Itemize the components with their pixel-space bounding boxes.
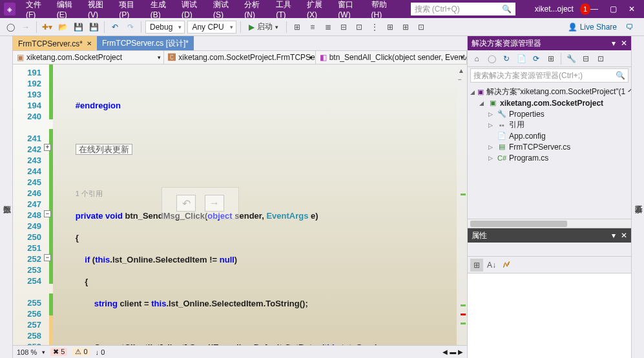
properties-header: 属性 ▾✕ bbox=[468, 228, 631, 243]
project-node[interactable]: ◢▣xiketang.com.SocketProject bbox=[470, 97, 628, 108]
collapse-icon[interactable]: ◯ bbox=[485, 52, 498, 65]
maximize-button[interactable]: ▢ bbox=[610, 5, 617, 14]
tb-icon-4[interactable]: ⊟ bbox=[337, 21, 350, 34]
preview-icon[interactable]: ⊟ bbox=[579, 52, 592, 65]
nav-member-combo[interactable]: ◧ btn_SendAll_Click(object sender, Event… bbox=[316, 51, 467, 64]
tb-icon-5[interactable]: ⊡ bbox=[353, 21, 366, 34]
tb-icon-3[interactable]: ≣ bbox=[322, 21, 335, 34]
live-share-button[interactable]: 👤 Live Share 🗨 bbox=[568, 23, 640, 32]
tree-frmtcpserver[interactable]: ▷▤FrmTCPServer.cs bbox=[470, 141, 628, 152]
zoom-combo[interactable]: 108 % bbox=[17, 348, 37, 356]
tab-frmtcpserver-cs[interactable]: FrmTCPServer.cs* ✕ bbox=[13, 36, 97, 50]
solution-search-input[interactable]: 搜索解决方案资源管理器(Ctrl+;) 🔍 bbox=[470, 68, 628, 83]
sync-icon[interactable]: ↻ bbox=[500, 52, 513, 65]
platform-combo[interactable]: Any CPU bbox=[187, 21, 236, 34]
menu-edit[interactable]: 编辑(E) bbox=[53, 0, 83, 21]
solution-root-node[interactable]: ◢▣解决方案"xiketang.com.SocketProject"(1 个项目… bbox=[470, 86, 628, 97]
close-tab-icon[interactable]: ✕ bbox=[87, 40, 92, 47]
alphabetical-icon[interactable]: A↓ bbox=[485, 259, 498, 272]
solution-explorer-title: 解决方案资源管理器 bbox=[472, 38, 541, 49]
nav-project-combo[interactable]: ▣ xiketang.com.SocketProject bbox=[13, 51, 164, 64]
categorized-icon[interactable]: ⊞ bbox=[470, 259, 483, 272]
menu-test[interactable]: 测试(S) bbox=[209, 0, 239, 21]
main-toolbar: ◯ → ✚▾ 📂 💾 💾 ↶ ↷ Debug Any CPU ▶ 启动 ▾ ⊞ … bbox=[0, 18, 644, 36]
save-button[interactable]: 💾 bbox=[72, 21, 85, 34]
nav-class-combo[interactable]: 🅲 xiketang.com.SocketProject.FrmTCPServe… bbox=[164, 51, 315, 64]
menu-view[interactable]: 视图(V) bbox=[84, 0, 114, 21]
refresh-icon[interactable]: ⟳ bbox=[530, 52, 543, 65]
solution-h-scroll[interactable] bbox=[468, 219, 631, 228]
menu-help[interactable]: 帮助(H) bbox=[368, 0, 398, 21]
close-pane-icon[interactable]: ✕ bbox=[621, 231, 627, 240]
tb-icon-2[interactable]: ≡ bbox=[306, 21, 319, 34]
properties-title: 属性 bbox=[472, 230, 487, 241]
pin-icon[interactable]: ▾ bbox=[612, 231, 616, 240]
nav-forward-button[interactable]: → bbox=[19, 21, 32, 34]
error-count[interactable]: ✖ 5 bbox=[50, 348, 67, 356]
show-all-icon[interactable]: ⊞ bbox=[545, 52, 557, 65]
menu-tools[interactable]: 工具(T) bbox=[272, 0, 302, 21]
new-item-button[interactable]: ✚▾ bbox=[41, 21, 54, 34]
nav-back-button[interactable]: ◯ bbox=[4, 21, 17, 34]
collapsed-region[interactable]: 在线列表更新 bbox=[76, 144, 132, 155]
left-side-tab[interactable]: 数据源 bbox=[0, 36, 13, 358]
menu-file[interactable]: 文件(F) bbox=[22, 0, 52, 21]
tab-label: FrmTCPServer.cs [设计]* bbox=[102, 38, 189, 49]
menu-project[interactable]: 项目(P) bbox=[115, 0, 145, 21]
overlay-next-icon[interactable]: → bbox=[205, 195, 224, 212]
person-icon: 👤 bbox=[568, 23, 577, 32]
fold-toggle[interactable]: + bbox=[44, 144, 51, 151]
global-search-input[interactable]: 搜索 (Ctrl+Q) 🔍 bbox=[411, 3, 515, 15]
undo-button[interactable]: ↶ bbox=[109, 21, 121, 34]
warning-count[interactable]: ⚠ 0 bbox=[72, 348, 90, 356]
tree-program[interactable]: ▷C#Program.cs bbox=[470, 152, 628, 163]
fold-toggle[interactable]: − bbox=[44, 254, 51, 261]
pending-icon[interactable]: 📄 bbox=[515, 52, 528, 65]
nav-project-label: xiketang.com.SocketProject bbox=[26, 53, 122, 62]
close-button[interactable]: ✕ bbox=[628, 5, 635, 14]
solution-tree[interactable]: ◢▣解决方案"xiketang.com.SocketProject"(1 个项目… bbox=[468, 84, 631, 219]
tb-icon-9[interactable]: ⊡ bbox=[415, 21, 428, 34]
class-icon: 🅲 bbox=[168, 53, 176, 62]
menu-window[interactable]: 窗口(W) bbox=[334, 0, 366, 21]
search-icon: 🔍 bbox=[502, 5, 512, 14]
menu-debug[interactable]: 调试(D) bbox=[178, 0, 208, 21]
menu-analyze[interactable]: 分析(N) bbox=[240, 0, 271, 21]
tb-icon-8[interactable]: ⊞ bbox=[399, 21, 412, 34]
tree-properties[interactable]: ▷🔧Properties bbox=[470, 108, 628, 119]
view-icon[interactable]: ⊡ bbox=[594, 52, 607, 65]
codelens-references[interactable]: 1 个引用 bbox=[76, 190, 103, 197]
properties-grid[interactable] bbox=[468, 273, 631, 358]
tb-icon-6[interactable]: ⋮ bbox=[368, 21, 381, 34]
start-debug-button[interactable]: ▶ 启动 ▾ bbox=[245, 21, 282, 32]
document-tabs: FrmTCPServer.cs* ✕ FrmTCPServer.cs [设计]* bbox=[13, 36, 467, 50]
close-pane-icon[interactable]: ✕ bbox=[621, 39, 627, 48]
home-icon[interactable]: ⌂ bbox=[470, 52, 483, 65]
right-side-tab[interactable]: 诊断工具 bbox=[631, 36, 644, 358]
menu-build[interactable]: 生成(B) bbox=[147, 0, 176, 21]
save-all-button[interactable]: 💾 bbox=[87, 21, 100, 34]
fold-toggle[interactable]: − bbox=[44, 210, 51, 217]
tb-icon-1[interactable]: ⊞ bbox=[291, 21, 304, 34]
code-editor[interactable]: 191192193194240 241242243244245246247248… bbox=[13, 65, 467, 345]
code-text[interactable]: #endregion + 在线列表更新 1 个引用 − private void… bbox=[53, 65, 467, 345]
feedback-icon[interactable]: 🗨 bbox=[626, 23, 634, 32]
events-icon[interactable]: 🗲 bbox=[500, 259, 513, 272]
properties-icon[interactable]: 🔧 bbox=[565, 52, 577, 65]
properties-object-combo[interactable] bbox=[468, 243, 631, 257]
tb-icon-7[interactable]: ⊞ bbox=[384, 21, 397, 34]
open-button[interactable]: 📂 bbox=[56, 21, 69, 34]
menu-extensions[interactable]: 扩展(X) bbox=[303, 0, 333, 21]
build-count[interactable]: ↓ 0 bbox=[96, 348, 105, 356]
redo-button[interactable]: ↷ bbox=[124, 21, 137, 34]
tree-appconfig[interactable]: 📄App.config bbox=[470, 130, 628, 141]
pin-icon[interactable]: ▾ bbox=[612, 39, 616, 48]
config-combo[interactable]: Debug bbox=[145, 21, 185, 34]
notification-badge[interactable]: 1 bbox=[580, 3, 590, 15]
live-share-label: Live Share bbox=[580, 23, 617, 32]
overlay-prev-icon[interactable]: ↶ bbox=[176, 195, 196, 212]
tree-references[interactable]: ▷▪▪引用 bbox=[470, 119, 628, 130]
tab-frmtcpserver-design[interactable]: FrmTCPServer.cs [设计]* bbox=[97, 36, 194, 50]
minimize-button[interactable]: — bbox=[590, 5, 598, 14]
vertical-scrollbar[interactable]: ▲ − bbox=[457, 65, 467, 345]
